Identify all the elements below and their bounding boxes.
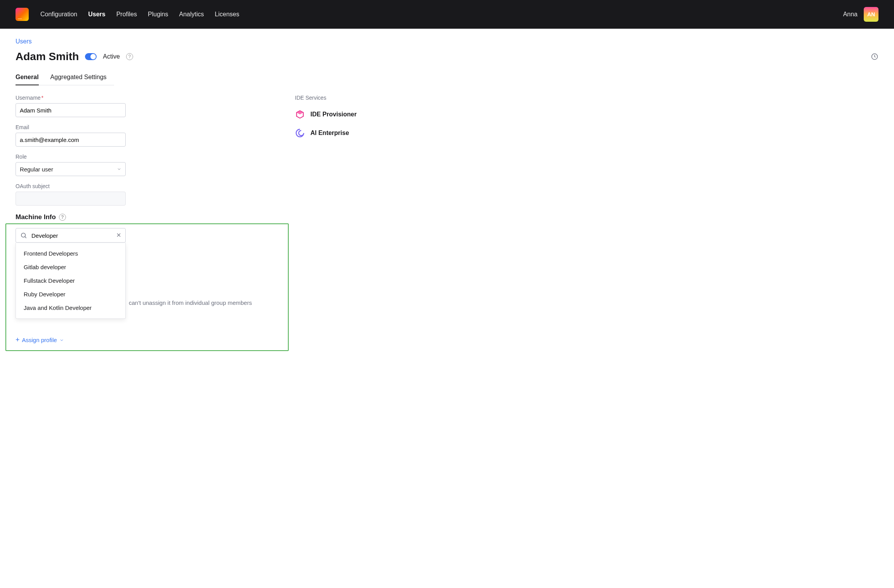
chevron-down-icon (59, 338, 64, 342)
service-label: AI Enterprise (310, 130, 349, 137)
role-select[interactable]: Regular user (16, 162, 126, 176)
history-icon[interactable] (871, 53, 878, 61)
services-title: IDE Services (295, 95, 411, 101)
tabs: General Aggregated Settings (16, 74, 114, 85)
profile-assign-highlight: Frontend Developers Gitlab developer Ful… (5, 223, 289, 351)
field-email: Email (16, 124, 132, 147)
field-role: Role Regular user (16, 154, 132, 176)
cube-icon (295, 109, 305, 119)
profile-option[interactable]: Ruby Developer (16, 287, 125, 301)
nav-plugins[interactable]: Plugins (148, 11, 168, 18)
page-content: Users Adam Smith Active ? General Aggreg… (0, 29, 894, 360)
breadcrumb[interactable]: Users (16, 38, 878, 45)
label-email: Email (16, 124, 132, 130)
app-logo[interactable] (16, 8, 29, 21)
email-input[interactable] (16, 133, 126, 147)
oauth-input (16, 192, 126, 206)
service-ai-enterprise[interactable]: AI Enterprise (295, 128, 411, 138)
service-ide-provisioner[interactable]: IDE Provisioner (295, 109, 411, 119)
active-toggle[interactable] (85, 53, 97, 60)
field-username: Username* (16, 95, 132, 117)
assign-profile-label: Assign profile (22, 337, 57, 343)
active-label: Active (103, 53, 120, 60)
profile-search-input[interactable] (16, 228, 126, 243)
svg-point-1 (21, 233, 26, 237)
chevron-down-icon (117, 167, 121, 171)
form-column: Username* Email Role Regular user OAuth … (16, 95, 132, 351)
profile-dropdown: Frontend Developers Gitlab developer Ful… (16, 243, 126, 319)
label-oauth: OAuth subject (16, 183, 132, 189)
plus-icon: + (16, 336, 20, 344)
page-title: Adam Smith (16, 50, 79, 63)
profile-option[interactable]: Java and Kotlin Developer (16, 301, 125, 315)
clear-icon[interactable] (116, 232, 122, 238)
nav-profiles[interactable]: Profiles (116, 11, 137, 18)
title-row: Adam Smith Active ? (16, 50, 878, 63)
profile-search-box: Frontend Developers Gitlab developer Ful… (16, 228, 126, 243)
label-username: Username* (16, 95, 132, 101)
topbar-right: Anna AN (843, 7, 878, 22)
help-icon[interactable]: ? (126, 53, 133, 60)
nav-licenses[interactable]: Licenses (215, 11, 239, 18)
label-role: Role (16, 154, 132, 160)
role-value: Regular user (20, 166, 53, 173)
columns: Username* Email Role Regular user OAuth … (16, 95, 878, 351)
service-label: IDE Provisioner (310, 111, 357, 118)
spiral-icon (295, 128, 305, 138)
nav-configuration[interactable]: Configuration (40, 11, 77, 18)
topbar: Configuration Users Profiles Plugins Ana… (0, 0, 894, 29)
field-oauth: OAuth subject (16, 183, 132, 206)
help-icon[interactable]: ? (59, 214, 66, 221)
profile-option[interactable]: Fullstack Developer (16, 274, 125, 287)
tab-aggregated-settings[interactable]: Aggregated Settings (50, 74, 107, 85)
search-icon (20, 232, 27, 239)
assign-profile-link[interactable]: + Assign profile (16, 336, 280, 344)
group-hint-text: can't unassign it from individual group … (129, 299, 252, 306)
machine-info-title: Machine Info ? (16, 213, 132, 221)
profile-option[interactable]: Gitlab developer (16, 260, 125, 274)
services-column: IDE Services IDE Provisioner AI Enterpri… (295, 95, 411, 351)
username-input[interactable] (16, 103, 126, 117)
current-user-name[interactable]: Anna (843, 11, 858, 18)
profile-option[interactable]: Frontend Developers (16, 247, 125, 260)
nav-users[interactable]: Users (88, 11, 105, 18)
nav-analytics[interactable]: Analytics (179, 11, 204, 18)
tab-general[interactable]: General (16, 74, 39, 85)
main-nav: Configuration Users Profiles Plugins Ana… (40, 11, 239, 18)
avatar[interactable]: AN (864, 7, 878, 22)
